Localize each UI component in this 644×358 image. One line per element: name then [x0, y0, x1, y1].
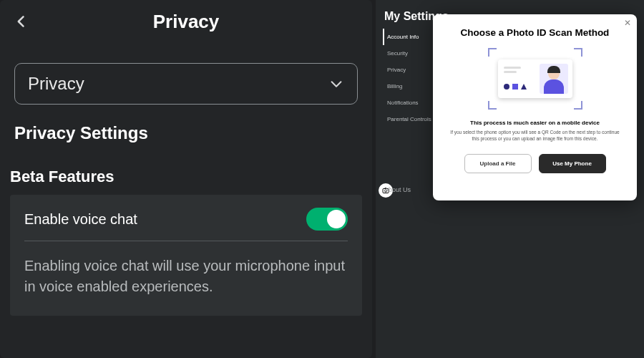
frame-corner-icon — [574, 101, 582, 110]
voice-chat-description: Enabling voice chat will use your microp… — [24, 256, 348, 297]
footer-about-us[interactable]: About Us — [384, 186, 411, 193]
circle-shape-icon — [504, 84, 509, 90]
beta-features-heading: Beta Features — [10, 168, 362, 186]
voice-chat-toggle[interactable] — [306, 208, 348, 231]
desktop-footer: About Us — [384, 186, 411, 193]
use-my-phone-button[interactable]: Use My Phone — [539, 154, 606, 173]
upload-file-button[interactable]: Upload a File — [464, 154, 532, 173]
mobile-header: Privacy — [0, 0, 372, 43]
toggle-knob — [327, 210, 346, 228]
frame-corner-icon — [488, 48, 497, 57]
back-icon[interactable] — [14, 14, 29, 29]
voice-chat-label: Enable voice chat — [24, 211, 137, 228]
privacy-dropdown[interactable]: Privacy — [14, 63, 358, 105]
voice-chat-row: Enable voice chat — [24, 208, 348, 231]
triangle-shape-icon — [521, 84, 527, 90]
privacy-settings-heading: Privacy Settings — [14, 123, 358, 143]
id-card-graphic — [498, 59, 572, 98]
photo-id-modal: ✕ Choose a Photo ID Scan Method This pro… — [433, 14, 637, 200]
frame-corner-icon — [574, 48, 582, 57]
modal-subtitle: This process is much easier on a mobile … — [443, 120, 627, 126]
divider — [24, 241, 348, 241]
page-title: Privacy — [0, 11, 372, 33]
modal-body-text: If you select the phone option you will … — [443, 130, 627, 142]
dropdown-selected-value: Privacy — [28, 74, 84, 94]
avatar-illustration — [540, 64, 568, 94]
square-shape-icon — [512, 84, 518, 90]
chevron-down-icon — [328, 76, 344, 92]
close-icon[interactable]: ✕ — [623, 19, 633, 29]
voice-chat-card: Enable voice chat Enabling voice chat wi… — [10, 195, 362, 316]
privacy-mobile-panel: Privacy Privacy Privacy Settings Beta Fe… — [0, 0, 372, 358]
modal-title: Choose a Photo ID Scan Method — [443, 27, 627, 38]
modal-button-row: Upload a File Use My Phone — [443, 154, 627, 173]
frame-corner-icon — [488, 101, 497, 110]
id-scan-illustration — [492, 52, 578, 105]
